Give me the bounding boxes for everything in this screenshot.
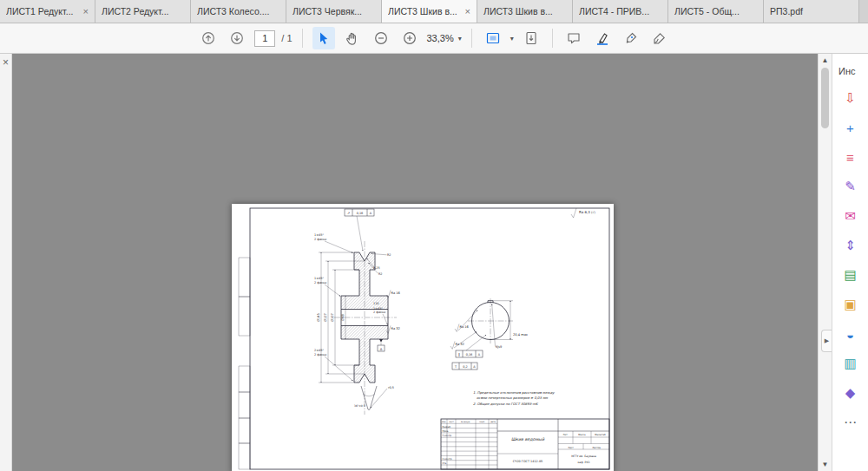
drawing-frame	[239, 208, 609, 469]
tab-bar: ЛИСТ1 Редукт... × ЛИСТ2 Редукт... ЛИСТ3 …	[0, 0, 868, 23]
tool-more-tools[interactable]: ⋯	[841, 413, 860, 432]
tb-role: Н.контр.	[443, 458, 453, 461]
fill-sign-icon	[653, 31, 667, 45]
tb-mass: Масса	[578, 434, 586, 436]
tab-label: ЛИСТ5 - Общ...	[674, 6, 757, 16]
tb-lit: Лит.	[563, 434, 569, 436]
tab-4[interactable]: ЛИСТ3 Червяк...	[286, 0, 382, 23]
toolbar-separator	[471, 29, 472, 48]
tb-org: каф. РК3	[578, 461, 590, 464]
pdf-page: Ra 6,3 (√) ↗ 0,16 А	[232, 204, 614, 471]
dim-dia-107: Ø107	[331, 313, 334, 322]
tool-comment[interactable]: ◒	[841, 324, 860, 343]
tab-1[interactable]: ЛИСТ1 Редукт... ×	[0, 0, 95, 23]
note-line: 1. Предельные отклонения расстояния межд…	[473, 390, 555, 395]
tool-combine-files[interactable]: ▣	[841, 295, 860, 314]
page-fit-button[interactable]	[482, 27, 504, 49]
tb-role: Разраб.	[443, 425, 451, 428]
roughness-suffix: (√)	[591, 211, 595, 214]
tb-header: Изм.	[442, 421, 446, 423]
tool-export-pdf[interactable]: ⇩	[841, 88, 860, 108]
tb-header: Дата	[490, 421, 496, 423]
tolerance-symbol: ∥	[458, 352, 460, 357]
tab-label: ЛИСТ2 Редукт...	[102, 6, 184, 16]
toolbar-separator	[302, 29, 303, 48]
tab-3[interactable]: ЛИСТ3 Колесо....	[191, 0, 286, 23]
tool-scan-ocr[interactable]: ▥	[841, 354, 860, 373]
tool-compress-pdf[interactable]: ⇕	[841, 236, 860, 255]
tolerance-value: 0,2	[463, 365, 467, 369]
callout-text: 2 фаски	[314, 353, 326, 357]
right-panel-tools: ⇩+≡✎✉⇕▤▣◒▥◆⋯	[832, 88, 868, 432]
tb-org: МГТУ им. Баумана	[571, 455, 596, 458]
tool-convert-to-excel[interactable]: ▤	[841, 265, 860, 285]
tool-edit-pdf[interactable]: ✎	[841, 177, 860, 196]
chevron-right-icon: ▶	[825, 337, 829, 344]
left-rail: ×	[0, 54, 12, 471]
next-page-button[interactable]	[226, 27, 248, 49]
tab-9[interactable]: РП3.pdf	[764, 0, 859, 23]
keyway-width-label: 6Js9	[496, 345, 502, 349]
highlight-tool-button[interactable]	[591, 27, 614, 49]
scrollbar-thumb[interactable]	[821, 68, 829, 128]
groove-angle-label: 36°±0,5'	[354, 404, 366, 408]
keyway-depth-label: 20,4 max	[513, 333, 529, 337]
sign-tool-button[interactable]	[620, 27, 642, 49]
acrobat-app: ЛИСТ1 Редукт... × ЛИСТ2 Редукт... ЛИСТ3 …	[0, 0, 868, 471]
engineering-drawing-svg: Ra 6,3 (√) ↗ 0,16 А	[232, 204, 614, 471]
tab-close-icon[interactable]: ×	[83, 6, 89, 16]
tool-create-pdf[interactable]: +	[841, 118, 860, 137]
chevron-down-icon[interactable]: ▾	[510, 35, 514, 43]
dim-dia-145: Ø145	[317, 313, 320, 322]
part-material: СЧ20 ГОСТ 1412-85	[513, 460, 543, 463]
fill-sign-tool-button[interactable]	[648, 27, 671, 49]
zoom-in-button[interactable]	[398, 27, 421, 49]
previous-page-button[interactable]	[197, 27, 220, 49]
toolbar-separator	[552, 29, 553, 48]
tools-panel-header: Инс	[832, 66, 860, 76]
tb-role: Т.контр.	[443, 435, 452, 437]
tb-header: Подп.	[479, 421, 485, 423]
callout-text: 2 фаски	[314, 238, 326, 241]
tab-6[interactable]: ЛИСТ3 Шкив в...	[477, 0, 573, 23]
tool-organize-pages[interactable]: ≡	[841, 147, 860, 167]
callout-text: 1×45°	[373, 307, 383, 311]
tab-5-active[interactable]: ЛИСТ3 Шкив в... ×	[382, 0, 477, 23]
scroll-mode-button[interactable]	[520, 27, 542, 49]
tab-7[interactable]: ЛИСТ4 - ПРИВ...	[573, 0, 668, 23]
close-icon[interactable]: ×	[3, 57, 9, 68]
tab-label: ЛИСТ3 Шкив в...	[483, 6, 566, 16]
speech-bubble-icon	[567, 31, 581, 45]
arrow-down-circle-icon	[230, 31, 244, 45]
roughness-value: Ra 6,3	[579, 210, 590, 214]
tb-role: Пров.	[443, 430, 450, 433]
title-block: Изм. Лист № докум. Подп. Дата Разраб. Пр…	[441, 419, 609, 469]
ra-label: Ra 16	[391, 291, 401, 295]
tab-label: ЛИСТ3 Колесо....	[197, 6, 279, 16]
select-tool-button[interactable]	[312, 27, 335, 49]
page-number-input[interactable]	[254, 30, 275, 47]
arrow-up-circle-icon	[201, 31, 215, 45]
scroll-up-arrow[interactable]: ▲	[819, 54, 832, 64]
tab-close-icon[interactable]: ×	[465, 6, 470, 16]
dim-dia-127: Ø127	[324, 313, 327, 322]
chamfer-callout-hub: 1×45° 2 фаски	[314, 277, 340, 297]
comment-tool-button[interactable]	[562, 27, 585, 49]
tools-panel-toggle[interactable]: ▶	[821, 330, 832, 352]
zoom-level-dropdown[interactable]: 33,3% ▾	[427, 33, 462, 43]
vertical-scrollbar[interactable]: ▲ ▼	[818, 54, 832, 471]
main-toolbar: / 1 33,3% ▾ ▾	[0, 23, 868, 54]
scroll-down-arrow[interactable]: ▼	[819, 461, 832, 468]
hand-tool-button[interactable]	[341, 27, 364, 49]
zoom-out-button[interactable]	[370, 27, 392, 49]
tab-2[interactable]: ЛИСТ2 Редукт...	[95, 0, 191, 23]
part-name: Шкив ведомый	[511, 437, 545, 442]
note-line: осями нечертежных размеров ± 0,03 мм	[477, 396, 549, 400]
tb-sheets: Листов	[592, 447, 601, 449]
document-viewer[interactable]: Ra 6,3 (√) ↗ 0,16 А	[12, 54, 818, 471]
minus-circle-icon	[374, 31, 388, 45]
tolerance-symbol: ↗	[347, 211, 350, 215]
tool-request-signatures[interactable]: ✉	[841, 206, 860, 226]
tab-8[interactable]: ЛИСТ5 - Общ...	[668, 0, 764, 23]
tool-protect[interactable]: ◆	[841, 383, 860, 402]
